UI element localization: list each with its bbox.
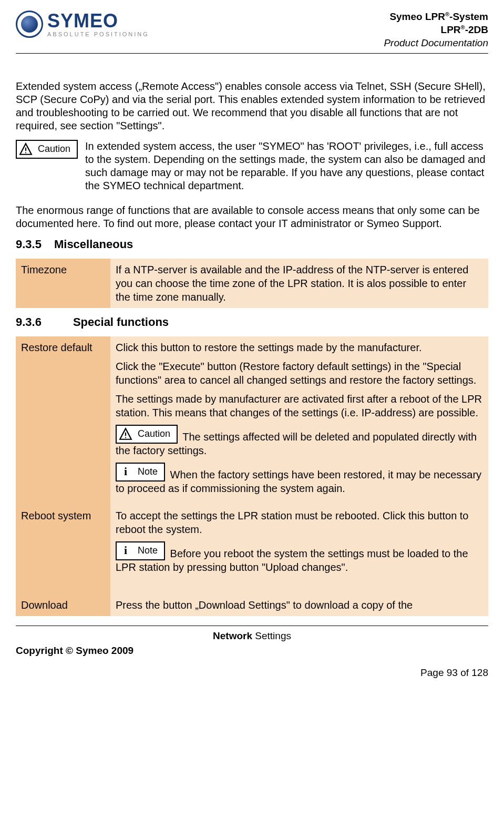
inline-note: i Note Before you reboot the system the … xyxy=(116,541,483,574)
row-label-download: Download xyxy=(16,594,110,616)
table-row: Timezone If a NTP-server is available an… xyxy=(16,259,488,308)
row-content: If a NTP-server is available and the IP-… xyxy=(110,259,488,308)
logo-tagline: ABSOLUTE POSITIONING xyxy=(47,32,149,37)
inline-note-text: Before you reboot the system the setting… xyxy=(116,548,468,573)
logo-block: SYMEO ABSOLUTE POSITIONING xyxy=(16,11,149,38)
inline-caution: Caution The settings affected will be de… xyxy=(116,425,483,457)
info-icon: i xyxy=(118,464,133,480)
row-content: Press the button „Download Settings" to … xyxy=(110,594,488,616)
caution-badge: Caution xyxy=(16,140,78,159)
logo-name: SYMEO xyxy=(47,12,149,30)
document-page: SYMEO ABSOLUTE POSITIONING Symeo LPR®-Sy… xyxy=(0,0,504,689)
inline-note-text: When the factory settings have been rest… xyxy=(116,469,481,494)
caution-text: In extended system access, the user "SYM… xyxy=(85,140,488,192)
intro-paragraph-1: Extended system access („Remote Access")… xyxy=(16,80,488,132)
warning-triangle-icon xyxy=(118,426,133,442)
section-heading-936: 9.3.6Special functions xyxy=(16,315,488,329)
table-row: Reboot system To accept the settings the… xyxy=(16,505,488,594)
paragraph: Click the "Execute" button (Restore fact… xyxy=(116,360,483,387)
logo-icon xyxy=(16,11,43,38)
page-footer: Network Settings Copyright © Symeo 2009 … xyxy=(16,626,488,679)
warning-triangle-icon xyxy=(18,141,34,157)
caution-label: Caution xyxy=(38,144,70,155)
info-icon: i xyxy=(118,543,133,559)
footer-page-number: Page 93 of 128 xyxy=(16,667,488,679)
doc-title: Symeo LPR®-System LPR®-2DB Product Docum… xyxy=(384,11,488,50)
page-header: SYMEO ABSOLUTE POSITIONING Symeo LPR®-Sy… xyxy=(16,11,488,54)
note-badge: i Note xyxy=(116,463,165,482)
caution-label: Caution xyxy=(138,428,170,440)
paragraph: To accept the settings the LPR station m… xyxy=(116,509,483,536)
footer-copyright: Copyright © Symeo 2009 xyxy=(16,645,488,657)
row-label-restore-default: Restore default xyxy=(16,336,110,505)
svg-point-1 xyxy=(25,152,26,153)
paragraph: Click this button to restore the setting… xyxy=(116,341,483,354)
row-label-reboot-system: Reboot system xyxy=(16,505,110,594)
caution-block: Caution In extended system access, the u… xyxy=(16,140,488,192)
section-heading-935: 9.3.5Miscellaneous xyxy=(16,238,488,251)
svg-point-3 xyxy=(125,437,126,438)
caution-badge: Caution xyxy=(116,425,178,444)
table-row: Restore default Click this button to res… xyxy=(16,336,488,505)
note-label: Note xyxy=(138,466,158,478)
row-content: Click this button to restore the setting… xyxy=(110,336,488,505)
footer-center: Network Settings xyxy=(16,630,488,642)
note-label: Note xyxy=(138,545,158,557)
inline-note: i Note When the factory settings have be… xyxy=(116,463,483,495)
note-badge: i Note xyxy=(116,541,165,560)
misc-table: Timezone If a NTP-server is available an… xyxy=(16,259,488,308)
table-row: Download Press the button „Download Sett… xyxy=(16,594,488,616)
row-content: To accept the settings the LPR station m… xyxy=(110,505,488,594)
intro-paragraph-2: The enormous range of functions that are… xyxy=(16,204,488,230)
doc-subtitle: Product Documentation xyxy=(384,37,488,50)
special-functions-table: Restore default Click this button to res… xyxy=(16,336,488,616)
row-label-timezone: Timezone xyxy=(16,259,110,308)
paragraph: The settings made by manufacturer are ac… xyxy=(116,392,483,419)
